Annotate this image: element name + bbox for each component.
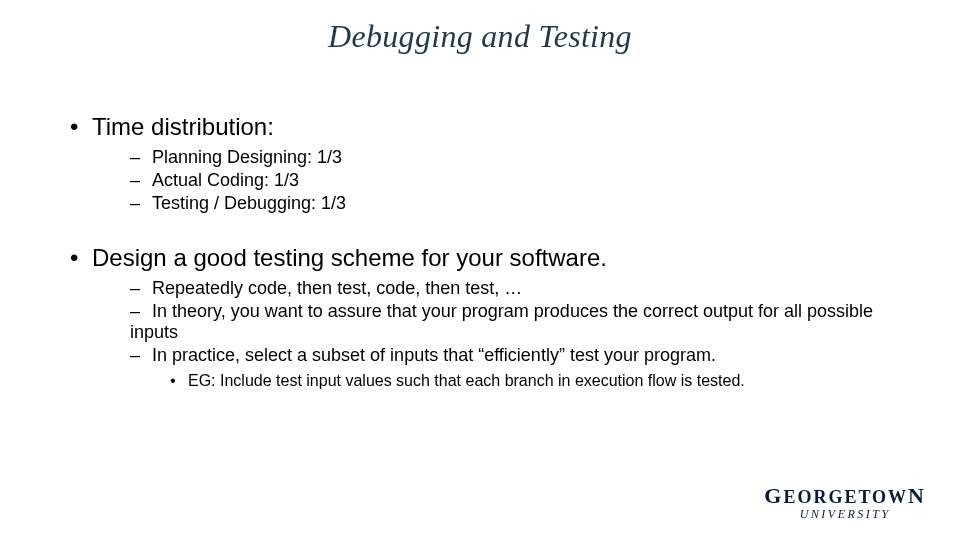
text: UNIVERSITY — [764, 507, 926, 522]
georgetown-logo: GEORGETOWN UNIVERSITY — [764, 483, 926, 522]
slide-title: Debugging and Testing — [0, 0, 960, 55]
subbullet: –Testing / Debugging: 1/3 — [130, 193, 890, 214]
text: Planning Designing: 1/3 — [152, 147, 342, 167]
text: EG: Include test input values such that … — [188, 372, 745, 389]
text: In theory, you want to assure that your … — [130, 301, 873, 342]
text: N — [908, 483, 926, 508]
subbullet: –Planning Designing: 1/3 — [130, 147, 890, 168]
text: G — [764, 483, 783, 508]
bullet-design-scheme: •Design a good testing scheme for your s… — [70, 244, 890, 272]
subsubbullet: •EG: Include test input values such that… — [170, 372, 890, 390]
text: EORGETOW — [783, 487, 908, 507]
subbullet: –In theory, you want to assure that your… — [130, 301, 890, 343]
text: Design a good testing scheme for your so… — [92, 244, 607, 271]
slide: { "title": "Debugging and Testing", "s1"… — [0, 0, 960, 540]
text: Repeatedly code, then test, code, then t… — [152, 278, 522, 298]
subbullet: –Repeatedly code, then test, code, then … — [130, 278, 890, 299]
text: Actual Coding: 1/3 — [152, 170, 299, 190]
bullet-time-distribution: •Time distribution: — [70, 113, 890, 141]
subbullet: –In practice, select a subset of inputs … — [130, 345, 890, 366]
slide-body: •Time distribution: –Planning Designing:… — [0, 55, 960, 390]
text: Testing / Debugging: 1/3 — [152, 193, 346, 213]
text: Time distribution: — [92, 113, 274, 140]
subbullet: –Actual Coding: 1/3 — [130, 170, 890, 191]
text: In practice, select a subset of inputs t… — [152, 345, 716, 365]
